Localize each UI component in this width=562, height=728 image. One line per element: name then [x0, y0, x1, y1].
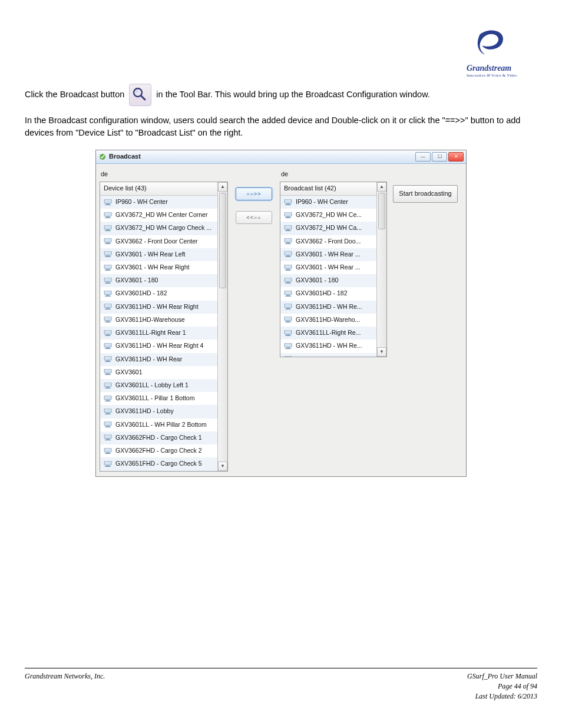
- list-item[interactable]: GXV3672_HD WH Cargo Check ...: [100, 222, 217, 235]
- scroll-up-icon[interactable]: ▲: [218, 182, 227, 192]
- scroll-up-icon[interactable]: ▲: [377, 182, 386, 192]
- list-item[interactable]: GXV3601 - WH Rear ...: [280, 248, 376, 261]
- list-item[interactable]: GXV3601HD - 182: [280, 287, 376, 300]
- broadcast-list-scrollbar[interactable]: ▲ ▼: [376, 182, 386, 357]
- svg-rect-13: [106, 243, 110, 243]
- svg-rect-11: [105, 230, 111, 231]
- device-icon: [284, 212, 292, 218]
- svg-rect-92: [285, 296, 291, 297]
- device-icon: [104, 461, 112, 467]
- list-item[interactable]: GXV3601 - WH Rear Left: [100, 248, 217, 261]
- device-icon: [104, 448, 112, 454]
- add-to-broadcast-button[interactable]: ==>>: [236, 187, 272, 200]
- svg-rect-36: [104, 343, 111, 347]
- svg-rect-72: [285, 212, 292, 216]
- svg-rect-77: [285, 230, 291, 231]
- list-item[interactable]: IP960 - WH Center: [100, 196, 217, 209]
- minimize-button[interactable]: —: [415, 152, 431, 162]
- svg-rect-27: [104, 304, 111, 308]
- svg-rect-69: [285, 199, 292, 203]
- list-item[interactable]: GXV3611HD - WH Rear Right: [100, 301, 217, 314]
- list-item-label: GXV3601: [115, 368, 143, 377]
- list-item[interactable]: GXV3662FHD - Cargo Check 1: [100, 431, 217, 444]
- list-item[interactable]: GXV3611LL-Right Rear 1: [100, 327, 217, 340]
- list-item-label: GXV3611HD - WH Re...: [296, 341, 362, 350]
- svg-rect-70: [286, 203, 290, 204]
- list-item[interactable]: GXV3611LL-Right Re...: [280, 327, 376, 340]
- list-item[interactable]: GXV3601 - WH Rear Right: [100, 261, 217, 274]
- footer-doc-title: GSurf_Pro User Manual: [467, 672, 537, 681]
- list-item-label: GXV3601 - WH Rear ...: [296, 250, 361, 259]
- maximize-button[interactable]: ☐: [432, 152, 447, 162]
- list-item[interactable]: GXV3672_HD WH Center Corner: [100, 209, 217, 222]
- list-item[interactable]: GXV3601LL - Pillar 1 Bottom: [100, 392, 217, 405]
- list-item[interactable]: GXV3611HD - Lobby: [100, 405, 217, 418]
- scroll-down-icon[interactable]: ▼: [218, 462, 227, 471]
- list-item[interactable]: GXV3662 - Front Doo...: [280, 235, 376, 248]
- list-item[interactable]: GXV3601LL - Lobby Left 1: [100, 379, 217, 392]
- device-icon: [104, 434, 112, 440]
- broadcast-magnifier-icon: [129, 84, 151, 106]
- list-item[interactable]: IP960 - WH Center: [280, 196, 376, 209]
- svg-rect-47: [105, 388, 111, 388]
- list-item[interactable]: GXV3672_HD WH Ce...: [280, 209, 376, 222]
- list-item[interactable]: GXV3651FHD - Cargo Check 5: [100, 457, 217, 470]
- svg-rect-94: [286, 308, 290, 309]
- list-item[interactable]: GXV3662 - Front Door Center: [100, 235, 217, 248]
- device-icon: [284, 225, 292, 231]
- list-item-label: GXV3601 - 180: [115, 276, 158, 285]
- list-item[interactable]: GXV3601HD - 182: [100, 287, 217, 300]
- list-item-label: GXV3601 - WH Rear ...: [296, 263, 361, 272]
- list-item[interactable]: GXV3601 - 180: [100, 274, 217, 287]
- svg-rect-96: [285, 317, 292, 321]
- svg-rect-97: [286, 321, 290, 322]
- svg-rect-22: [106, 282, 110, 282]
- list-item[interactable]: GXV3672_HD WH Ca...: [280, 222, 376, 235]
- list-item-label: GXV3601LL - WH Pillar 2 Bottom: [115, 420, 207, 429]
- list-item[interactable]: GXV3611HD - WH Rear: [100, 353, 217, 366]
- device-icon: [284, 278, 292, 284]
- list-item[interactable]: GXV3611HD - WH Re...: [280, 301, 376, 314]
- list-item[interactable]: GXV3601: [100, 366, 217, 379]
- svg-rect-83: [285, 256, 291, 257]
- device-icon: [104, 251, 112, 257]
- list-item[interactable]: GXV3611HD - WH Re...: [280, 340, 376, 353]
- scroll-thumb[interactable]: [219, 193, 226, 288]
- device-list[interactable]: Device list (43) IP960 - WH CenterGXV367…: [100, 182, 228, 472]
- broadcast-list[interactable]: Broadcast list (42) IP960 - WH CenterGXV…: [280, 182, 387, 357]
- svg-rect-100: [286, 334, 290, 335]
- svg-rect-4: [106, 203, 110, 204]
- svg-rect-62: [105, 453, 111, 454]
- svg-rect-57: [104, 434, 111, 439]
- list-item[interactable]: GXV3611HD - WH Rear Right 4: [100, 340, 217, 353]
- list-item[interactable]: GXV3662FHD - Cargo Check 2: [100, 444, 217, 457]
- device-list-scrollbar[interactable]: ▲ ▼: [217, 182, 227, 471]
- svg-rect-44: [105, 374, 111, 375]
- list-item-label: GXV3601 - 180: [296, 276, 338, 285]
- remove-from-broadcast-button[interactable]: <<==: [236, 211, 272, 224]
- start-broadcasting-button[interactable]: Start broadcasting: [393, 185, 458, 203]
- svg-rect-95: [285, 309, 291, 309]
- list-item[interactable]: GXV3601 - WH Rear ...: [280, 261, 376, 274]
- scroll-thumb[interactable]: [378, 193, 385, 229]
- svg-rect-21: [104, 278, 111, 282]
- list-item[interactable]: GXV3611HD-Wareho...: [280, 314, 376, 327]
- svg-rect-102: [285, 343, 292, 347]
- svg-rect-42: [104, 369, 111, 373]
- svg-rect-39: [104, 356, 111, 360]
- svg-rect-33: [104, 330, 111, 334]
- footer-page-number: Page 44 of 94: [25, 682, 537, 691]
- close-button[interactable]: ✕: [448, 152, 464, 162]
- device-icon: [104, 409, 112, 414]
- list-item[interactable]: GXV3601 - 180: [280, 274, 376, 287]
- svg-rect-88: [286, 282, 290, 282]
- scroll-down-icon[interactable]: ▼: [377, 347, 386, 357]
- svg-rect-28: [106, 308, 110, 309]
- list-item[interactable]: GXV3611HD-Warehouse: [100, 314, 217, 327]
- svg-rect-41: [105, 361, 111, 362]
- list-item[interactable]: GXV3611HD - WH Re...: [280, 353, 376, 357]
- paragraph-2: In the Broadcast configuration window, u…: [25, 114, 537, 139]
- svg-rect-60: [104, 448, 111, 452]
- device-icon: [104, 330, 112, 336]
- list-item[interactable]: GXV3601LL - WH Pillar 2 Bottom: [100, 419, 217, 431]
